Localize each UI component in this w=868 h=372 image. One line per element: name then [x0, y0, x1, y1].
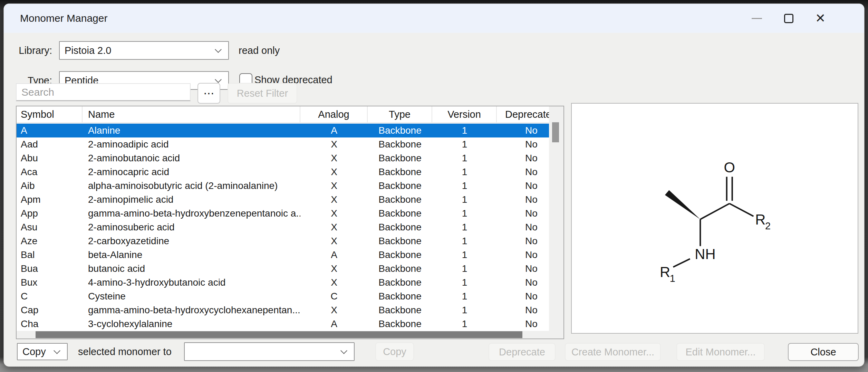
table-row-Aca[interactable]: Aca2-aminocapric acidXBackbone1No [17, 165, 549, 179]
minimize-button[interactable] [746, 8, 768, 29]
chevron-down-icon [215, 46, 222, 53]
cell-deprecated: No [497, 303, 549, 317]
cell-analog: X [300, 234, 368, 248]
cell-analog: X [300, 179, 368, 193]
monomer-table: SymbolNameAnalogTypeVersionDeprecated AA… [16, 106, 564, 339]
target-library-select[interactable] [184, 342, 355, 361]
cell-deprecated: No [497, 207, 549, 220]
table-row-Bua[interactable]: Buabutanoic acidXBackbone1No [17, 262, 549, 276]
cell-type: Backbone [368, 276, 432, 289]
create-monomer-button[interactable]: Create Monomer... [565, 343, 661, 361]
horizontal-scrollbar[interactable] [17, 331, 549, 338]
cell-type: Backbone [368, 124, 432, 137]
table-row-C[interactable]: CCysteineCBackbone1No [17, 289, 549, 303]
close-button[interactable]: ✕ [810, 8, 831, 29]
close-dialog-button[interactable]: Close [788, 343, 859, 361]
cell-type: Backbone [368, 220, 432, 234]
cell-name: 2-aminobutanoic acid [83, 151, 300, 165]
wedge-bond [665, 190, 700, 219]
table-row-Asu[interactable]: Asu2-aminosuberic acidXBackbone1No [17, 220, 549, 234]
amine-group-label: NH [695, 246, 715, 262]
cell-type: Backbone [368, 262, 432, 276]
table-row-Bal[interactable]: Balbeta-AlanineABackbone1No [17, 248, 549, 262]
ellipsis-icon: ⋯ [203, 87, 214, 100]
vertical-scrollbar-thumb[interactable] [552, 122, 559, 142]
structure-preview-panel: O NH R 1 R 2 [571, 103, 858, 334]
cell-deprecated: No [497, 276, 549, 289]
close-dialog-button-label: Close [810, 346, 836, 358]
table-row-Abu[interactable]: Abu2-aminobutanoic acidXBackbone1No [17, 151, 549, 165]
column-header-symbol[interactable]: Symbol [17, 106, 83, 122]
c-r2-bond [730, 203, 754, 216]
column-header-name[interactable]: Name [83, 106, 300, 122]
cell-analog: C [300, 289, 368, 303]
table-row-Bux[interactable]: Bux4-amino-3-hydroxybutanoic acidXBackbo… [17, 276, 549, 289]
cell-analog: X [300, 303, 368, 317]
cell-name: gamma-amino-beta-hydroxycyclohexanepenta… [83, 303, 300, 317]
cell-version: 1 [432, 193, 497, 207]
cell-type: Backbone [368, 303, 432, 317]
chevron-down-icon [54, 347, 60, 354]
copy-button[interactable]: Copy [375, 342, 414, 361]
cell-analog: X [300, 262, 368, 276]
oxygen-atom-label: O [724, 159, 735, 175]
cell-type: Backbone [368, 207, 432, 220]
cell-analog: X [300, 220, 368, 234]
cell-version: 1 [432, 234, 497, 248]
titlebar[interactable]: Monomer Manager ✕ [4, 4, 864, 33]
cell-symbol: Asu [17, 220, 83, 234]
cell-symbol: Aib [17, 179, 83, 193]
cell-version: 1 [432, 220, 497, 234]
column-header-version[interactable]: Version [432, 106, 497, 122]
cell-deprecated: No [497, 262, 549, 276]
library-dropdown[interactable]: Pistoia 2.0 [59, 41, 229, 60]
search-options-button[interactable]: ⋯ [197, 83, 220, 104]
action-select-value: Copy [22, 346, 46, 357]
cell-type: Backbone [368, 179, 432, 193]
cell-deprecated: No [497, 124, 549, 137]
cell-name: Cysteine [83, 289, 300, 303]
cell-deprecated: No [497, 248, 549, 262]
action-select[interactable]: Copy [17, 343, 68, 360]
cell-analog: X [300, 165, 368, 179]
cell-symbol: Aze [17, 234, 83, 248]
cell-name: 2-aminosuberic acid [83, 220, 300, 234]
table-row-Aib[interactable]: Aibalpha-aminoisobutyric acid (2-aminoal… [17, 179, 549, 193]
table-row-Cap[interactable]: Capgamma-amino-beta-hydroxycyclohexanepe… [17, 303, 549, 317]
cell-deprecated: No [497, 317, 549, 331]
table-row-Cha[interactable]: Cha3-cyclohexylalanineABackbone1No [17, 317, 549, 331]
column-header-deprecated[interactable]: Deprecated [497, 106, 549, 122]
table-row-Aad[interactable]: Aad2-aminoadipic acidXBackbone1No [17, 137, 549, 151]
r2-subscript: 2 [765, 220, 771, 231]
cell-name: 2-aminopimelic acid [83, 193, 300, 207]
column-header-label: Version [447, 109, 481, 120]
r2-group-label: R [755, 211, 765, 228]
cell-symbol: A [17, 124, 83, 137]
monomer-manager-window: Monomer Manager ✕ Library: Pistoia 2.0 r… [3, 3, 865, 367]
table-row-A[interactable]: AAlanineABackbone1No [17, 124, 549, 137]
maximize-button[interactable] [778, 8, 799, 29]
column-header-analog[interactable]: Analog [300, 106, 368, 122]
cell-type: Backbone [368, 137, 432, 151]
cell-name: 2-carboxyazetidine [83, 234, 300, 248]
cell-version: 1 [432, 262, 497, 276]
column-header-label: Name [88, 109, 115, 120]
cell-type: Backbone [368, 248, 432, 262]
table-row-Apm[interactable]: Apm2-aminopimelic acidXBackbone1No [17, 193, 549, 207]
reset-filter-button[interactable]: Reset Filter [228, 83, 297, 104]
cell-deprecated: No [497, 151, 549, 165]
table-row-App[interactable]: Appgamma-amino-beta-hydroxybenzenepentan… [17, 207, 549, 220]
deprecate-button[interactable]: Deprecate [489, 343, 556, 361]
table-row-Aze[interactable]: Aze2-carboxyazetidineXBackbone1No [17, 234, 549, 248]
search-input[interactable] [16, 83, 191, 101]
edit-monomer-button[interactable]: Edit Monomer... [676, 343, 765, 361]
cell-deprecated: No [497, 193, 549, 207]
vertical-scrollbar[interactable] [549, 106, 563, 338]
cell-name: butanoic acid [83, 262, 300, 276]
cell-symbol: Apm [17, 193, 83, 207]
horizontal-scrollbar-thumb[interactable] [36, 331, 522, 338]
cell-version: 1 [432, 179, 497, 193]
cell-analog: X [300, 207, 368, 220]
cell-version: 1 [432, 248, 497, 262]
column-header-type[interactable]: Type [368, 106, 432, 122]
